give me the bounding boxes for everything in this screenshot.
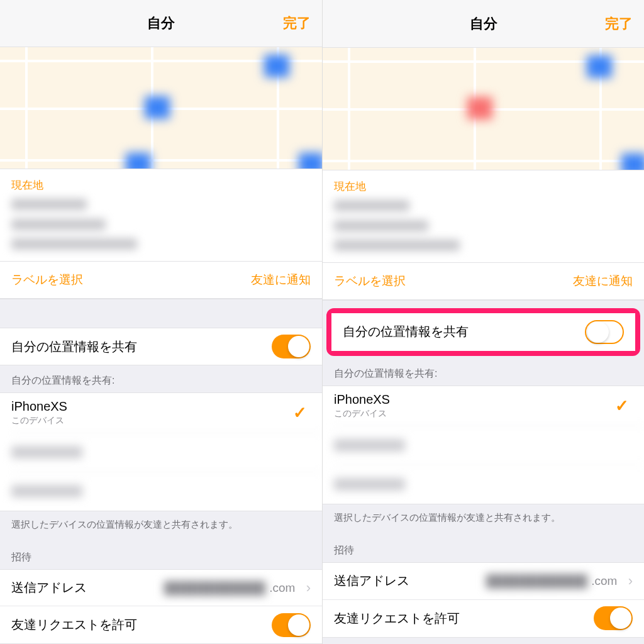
nav-title: 自分: [147, 14, 175, 33]
done-button[interactable]: 完了: [605, 14, 633, 33]
devices-header: 自分の位置情報を共有:: [0, 365, 322, 392]
navbar: 自分 完了: [0, 0, 322, 47]
pane-left: 自分 完了 現在地 ラベルを選択 友達に通知 自分の位置情報を共有 自分の位置情…: [0, 0, 322, 644]
done-button[interactable]: 完了: [283, 14, 311, 33]
devices-header: 自分の位置情報を共有:: [323, 353, 644, 386]
current-location-section: 現在地 ラベルを選択 友達に通知: [323, 170, 644, 301]
select-label-button[interactable]: ラベルを選択: [334, 273, 406, 289]
send-address-cell[interactable]: 送信アドレス ████████████.com ›: [323, 562, 644, 600]
share-location-toggle[interactable]: [585, 320, 624, 344]
location-dot-icon: [145, 96, 170, 119]
share-location-cell: 自分の位置情報を共有: [0, 328, 322, 365]
current-location-address: [334, 200, 633, 260]
map-marker-icon: [299, 153, 322, 169]
device-row[interactable]: iPhoneXS このデバイス ✓: [323, 386, 644, 426]
checkmark-icon: ✓: [293, 403, 307, 423]
share-location-label: 自分の位置情報を共有: [11, 338, 137, 355]
invite-header: 招待: [323, 535, 644, 562]
allow-requests-toggle[interactable]: [272, 613, 311, 637]
current-location-section: 現在地 ラベルを選択 友達に通知: [0, 169, 322, 299]
send-address-cell[interactable]: 送信アドレス ████████████.com ›: [0, 569, 322, 607]
map-preview[interactable]: [323, 48, 644, 170]
highlight-frame: 自分の位置情報を共有: [326, 308, 640, 356]
share-location-label: 自分の位置情報を共有: [343, 323, 469, 340]
current-location-address: [11, 199, 311, 258]
current-location-label: 現在地: [11, 178, 311, 192]
map-preview[interactable]: [0, 47, 322, 169]
location-dot-icon: [467, 97, 492, 119]
devices-footer: 選択したデバイスの位置情報が友達と共有されます。: [0, 511, 322, 542]
chevron-right-icon: ›: [628, 573, 633, 589]
invite-header: 招待: [0, 542, 322, 569]
select-label-button[interactable]: ラベルを選択: [11, 272, 83, 288]
share-location-toggle[interactable]: [272, 335, 311, 358]
checkmark-icon: ✓: [615, 396, 629, 416]
device-row[interactable]: ████████: [334, 426, 644, 465]
pane-right: 自分 完了 現在地 ラベルを選択 友達に通知 自分の位置情報を共有 自分の位置情…: [322, 0, 644, 644]
email-icon: ████████████: [486, 574, 588, 588]
device-list: iPhoneXS このデバイス ✓ ████████ ████████: [323, 386, 644, 504]
allow-requests-cell: 友達リクエストを許可: [0, 606, 322, 644]
device-row[interactable]: ████████: [11, 472, 322, 511]
allow-requests-cell: 友達リクエストを許可: [323, 600, 644, 638]
device-row[interactable]: iPhoneXS このデバイス ✓: [0, 393, 322, 433]
map-marker-icon: [587, 55, 612, 78]
chevron-right-icon: ›: [306, 580, 311, 596]
devices-footer: 選択したデバイスの位置情報が友達と共有されます。: [323, 504, 644, 535]
device-row[interactable]: ████████: [334, 465, 644, 504]
map-marker-icon: [264, 55, 289, 77]
share-location-cell: 自分の位置情報を共有: [331, 313, 635, 351]
current-location-label: 現在地: [334, 179, 633, 194]
allow-requests-toggle[interactable]: [594, 606, 633, 630]
map-marker-icon: [621, 153, 644, 170]
device-list: iPhoneXS このデバイス ✓ ████████ ████████: [0, 392, 322, 511]
nav-title: 自分: [470, 14, 497, 33]
notify-friends-button[interactable]: 友達に通知: [251, 272, 311, 288]
navbar: 自分 完了: [323, 0, 644, 48]
email-icon: ████████████: [164, 581, 266, 595]
device-row[interactable]: ████████: [11, 433, 322, 472]
map-marker-icon: [126, 153, 151, 169]
notify-friends-button[interactable]: 友達に通知: [573, 273, 633, 289]
